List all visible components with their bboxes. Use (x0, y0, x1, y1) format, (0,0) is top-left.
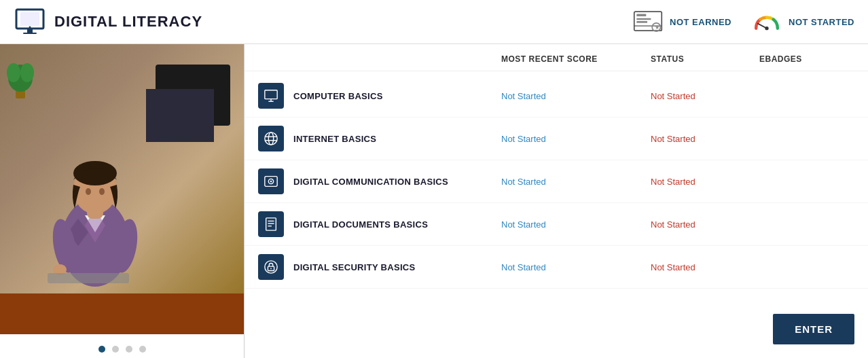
col-course (258, 54, 501, 64)
internet-basics-name: INTERNET BASICS (293, 134, 376, 144)
digital-docs-icon (258, 211, 284, 237)
svg-rect-40 (266, 218, 276, 230)
table-row[interactable]: DIGITAL SECURITY BASICS Not Started Not … (245, 246, 868, 289)
digital-comm-name: DIGITAL COMMUNICATION BASICS (293, 177, 448, 187)
svg-point-28 (7, 63, 20, 82)
svg-point-23 (86, 188, 91, 195)
svg-rect-9 (636, 21, 647, 23)
internet-basics-status: Not Started (651, 134, 759, 144)
header: DIGITAL LITERACY ★ NOT EARNED (0, 0, 868, 44)
carousel-dot-2[interactable] (112, 346, 119, 353)
course-name-cell: DIGITAL COMMUNICATION BASICS (258, 168, 501, 194)
carousel-dot-4[interactable] (139, 346, 146, 353)
svg-rect-1 (20, 12, 39, 26)
status-badge[interactable]: NOT STARTED (752, 10, 854, 33)
digital-security-status: Not Started (651, 262, 759, 272)
table-row[interactable]: DIGITAL DOCUMENTS BASICS Not Started Not… (245, 203, 868, 246)
computer-basics-score: Not Started (501, 91, 651, 101)
svg-point-44 (265, 261, 277, 273)
svg-point-46 (270, 268, 272, 269)
monitor-logo-icon (14, 5, 46, 38)
desk-monitor (156, 65, 230, 126)
svg-point-24 (99, 188, 105, 195)
digital-comm-icon (258, 168, 284, 194)
computer-basics-icon (258, 83, 284, 109)
digital-docs-name: DIGITAL DOCUMENTS BASICS (293, 219, 428, 230)
svg-rect-7 (636, 14, 646, 17)
gauge-icon (752, 10, 782, 33)
page-title: DIGITAL LITERACY (54, 13, 202, 31)
carousel-dot-3[interactable] (126, 346, 132, 353)
col-status-label: STATUS (651, 54, 759, 64)
course-list: COMPUTER BASICS Not Started Not Started (245, 71, 868, 292)
col-score-label: MOST RECENT SCORE (501, 54, 651, 64)
svg-text:★: ★ (655, 24, 659, 31)
digital-comm-score: Not Started (501, 177, 651, 187)
internet-basics-icon (258, 126, 284, 151)
svg-rect-3 (23, 33, 37, 34)
desk (0, 293, 244, 334)
svg-rect-8 (636, 18, 651, 20)
table-header: MOST RECENT SCORE STATUS EBADGES (245, 44, 868, 71)
course-name-cell: COMPUTER BASICS (258, 83, 501, 109)
svg-point-39 (270, 181, 272, 183)
right-panel: MOST RECENT SCORE STATUS EBADGES COMPUTE… (245, 44, 868, 358)
plant-decoration (3, 58, 37, 99)
digital-security-score: Not Started (501, 262, 651, 272)
digital-comm-status: Not Started (651, 177, 759, 187)
svg-point-13 (765, 26, 768, 30)
computer-basics-status: Not Started (651, 91, 759, 101)
course-name-cell: DIGITAL DOCUMENTS BASICS (258, 211, 501, 237)
left-panel (0, 44, 245, 358)
course-image (0, 44, 244, 334)
carousel-dots (98, 346, 146, 353)
digital-security-name: DIGITAL SECURITY BASICS (293, 262, 416, 272)
person-illustration (27, 134, 163, 297)
carousel-dot-1[interactable] (98, 346, 105, 353)
svg-point-29 (20, 63, 34, 82)
certificate-badge[interactable]: ★ NOT EARNED (633, 10, 731, 33)
svg-rect-2 (27, 29, 33, 33)
course-name-cell: DIGITAL SECURITY BASICS (258, 254, 501, 280)
enter-button[interactable]: ENTER (773, 314, 854, 344)
course-name-cell: INTERNET BASICS (258, 126, 501, 151)
svg-point-34 (268, 132, 273, 145)
table-row[interactable]: DIGITAL COMMUNICATION BASICS Not Started… (245, 160, 868, 203)
col-ebadges-label: EBADGES (759, 54, 854, 64)
svg-rect-25 (48, 273, 129, 283)
certificate-icon: ★ (633, 10, 663, 33)
main-content: MOST RECENT SCORE STATUS EBADGES COMPUTE… (0, 44, 868, 358)
table-row[interactable]: COMPUTER BASICS Not Started Not Started (245, 75, 868, 118)
not-started-header-label: NOT STARTED (789, 17, 854, 27)
svg-rect-30 (265, 90, 277, 99)
digital-security-icon (258, 254, 284, 280)
internet-basics-score: Not Started (501, 134, 651, 144)
not-earned-label: NOT EARNED (670, 17, 731, 27)
svg-point-33 (265, 132, 277, 145)
digital-docs-status: Not Started (651, 219, 759, 230)
digital-docs-score: Not Started (501, 219, 651, 230)
table-row[interactable]: INTERNET BASICS Not Started Not Started (245, 118, 868, 160)
header-logo: DIGITAL LITERACY (14, 5, 633, 38)
header-badges: ★ NOT EARNED NOT STARTED (633, 10, 854, 33)
computer-basics-name: COMPUTER BASICS (293, 91, 383, 101)
svg-point-4 (29, 26, 31, 29)
